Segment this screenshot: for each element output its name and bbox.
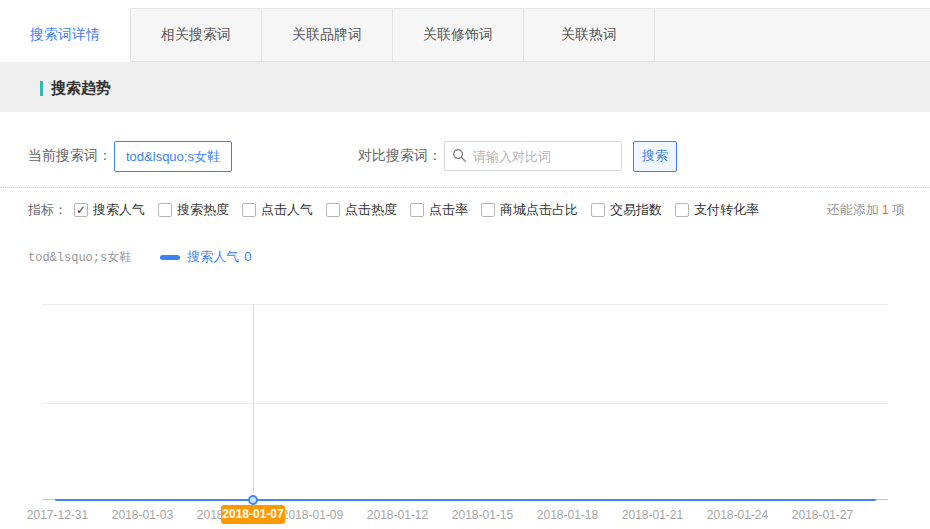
legend-series-label: 搜索人气 <box>187 249 239 264</box>
compare-keyword-label: 对比搜索词： <box>358 147 442 165</box>
metric-label: 点击率 <box>429 201 468 219</box>
checkbox-icon[interactable] <box>591 203 605 217</box>
crosshair-line <box>253 304 254 494</box>
search-term-analytics-page: 搜索词详情 相关搜索词 关联品牌词 关联修饰词 关联热词 搜索趋势 当前搜索词：… <box>0 0 930 529</box>
x-axis-label: 2018-01-12 <box>355 508 440 522</box>
metrics-row: 指标： 搜索人气 搜索热度 点击人气 点击热度 点击率 商城点击占比 交易指数 <box>28 201 905 219</box>
search-controls-row: 当前搜索词： tod&lsquo;s女鞋 对比搜索词： 搜索 <box>28 140 905 172</box>
tab-related-hot-terms[interactable]: 关联热词 <box>524 9 655 61</box>
tab-bar-filler <box>655 9 930 61</box>
section-title-text: 搜索趋势 <box>51 79 111 98</box>
x-axis-label: 2018-01-03 <box>100 508 185 522</box>
remaining-count: 1 <box>879 202 892 217</box>
search-icon <box>452 148 467 163</box>
gridline-top <box>42 304 888 305</box>
data-point-marker <box>248 495 258 505</box>
x-axis-label: 2018-01-21 <box>610 508 695 522</box>
dotted-divider <box>0 187 930 188</box>
metric-label: 支付转化率 <box>694 201 759 219</box>
x-axis-label: 2017-12-31 <box>15 508 100 522</box>
metric-label: 点击人气 <box>261 201 313 219</box>
series-line <box>55 499 876 501</box>
metric-click-rate[interactable]: 点击率 <box>410 201 468 219</box>
remaining-quota-text: 还能添加1项 <box>827 201 905 219</box>
metric-label: 交易指数 <box>610 201 662 219</box>
metric-mall-click-share[interactable]: 商城点击占比 <box>481 201 578 219</box>
checkbox-icon[interactable] <box>410 203 424 217</box>
chart-legend: tod&lsquo;s女鞋 搜索人气0 <box>28 248 251 266</box>
x-axis-label: 2018-01-24 <box>695 508 780 522</box>
legend-series-marker <box>160 255 180 260</box>
x-axis-label: 2018-01-15 <box>440 508 525 522</box>
compare-keyword-group: 对比搜索词： 搜索 <box>358 140 677 172</box>
legend-series-value: 0 <box>244 249 251 264</box>
tab-bar: 搜索词详情 相关搜索词 关联品牌词 关联修饰词 关联热词 <box>0 8 930 62</box>
current-keyword-box[interactable]: tod&lsquo;s女鞋 <box>114 141 232 172</box>
compare-input-wrap <box>444 141 622 171</box>
metric-search-heat[interactable]: 搜索热度 <box>158 201 229 219</box>
section-title: 搜索趋势 <box>40 79 111 98</box>
metric-label: 商城点击占比 <box>500 201 578 219</box>
tab-related-search-terms[interactable]: 相关搜索词 <box>131 9 262 61</box>
metric-label: 搜索热度 <box>177 201 229 219</box>
metric-payment-conversion-rate[interactable]: 支付转化率 <box>675 201 759 219</box>
checkbox-icon[interactable] <box>242 203 256 217</box>
x-axis-highlight-tooltip: 2018-01-07 <box>221 505 285 524</box>
compare-keyword-input[interactable] <box>444 141 622 171</box>
remaining-suffix: 项 <box>892 202 905 217</box>
current-keyword-group: 当前搜索词： tod&lsquo;s女鞋 <box>28 140 232 172</box>
checkbox-icon[interactable] <box>158 203 172 217</box>
checkbox-icon[interactable] <box>675 203 689 217</box>
metric-search-popularity[interactable]: 搜索人气 <box>74 201 145 219</box>
x-axis-label: 2018-01-18 <box>525 508 610 522</box>
checkbox-icon[interactable] <box>326 203 340 217</box>
metric-click-popularity[interactable]: 点击人气 <box>242 201 313 219</box>
metric-label: 点击热度 <box>345 201 397 219</box>
metric-transaction-index[interactable]: 交易指数 <box>591 201 662 219</box>
remaining-prefix: 还能添加 <box>827 202 879 217</box>
tab-search-term-details[interactable]: 搜索词详情 <box>0 8 131 62</box>
tab-related-modifier-terms[interactable]: 关联修饰词 <box>393 9 524 61</box>
metric-click-heat[interactable]: 点击热度 <box>326 201 397 219</box>
gridline-middle <box>42 403 888 404</box>
checkbox-icon[interactable] <box>481 203 495 217</box>
trend-chart[interactable] <box>42 304 888 500</box>
legend-series-toggle[interactable]: 搜索人气0 <box>187 248 251 266</box>
x-axis-labels: 2017-12-31 2018-01-03 2018-01-06 2018-01… <box>15 508 865 522</box>
x-axis-label: 2018-01-27 <box>780 508 865 522</box>
legend-keyword: tod&lsquo;s女鞋 <box>28 249 131 266</box>
metric-label: 搜索人气 <box>93 201 145 219</box>
current-keyword-label: 当前搜索词： <box>28 147 112 165</box>
checkbox-checked-icon[interactable] <box>74 203 88 217</box>
title-accent-bar <box>40 81 43 96</box>
metrics-label: 指标： <box>28 201 67 219</box>
section-header-band: 搜索趋势 <box>0 62 930 112</box>
search-button[interactable]: 搜索 <box>633 141 677 172</box>
tab-related-brand-terms[interactable]: 关联品牌词 <box>262 9 393 61</box>
